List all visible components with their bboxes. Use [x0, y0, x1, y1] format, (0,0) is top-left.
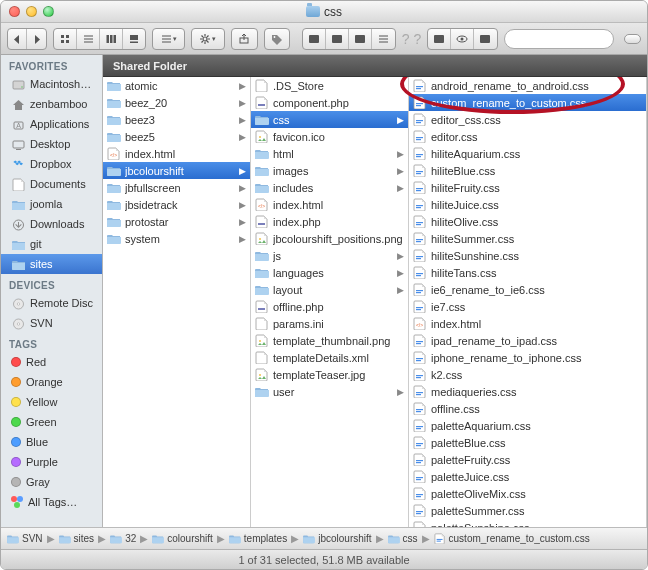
- file-row[interactable]: hiliteOlive.css: [409, 213, 646, 230]
- sidebar-item-orange[interactable]: Orange: [1, 372, 102, 392]
- close-icon[interactable]: [9, 6, 20, 17]
- mid-btn-7[interactable]: [474, 29, 497, 49]
- file-row[interactable]: offline.php: [251, 298, 408, 315]
- sidebar-item-all-tags-[interactable]: All Tags…: [1, 492, 102, 512]
- mid-btn-2[interactable]: [326, 29, 349, 49]
- file-row[interactable]: offline.css: [409, 400, 646, 417]
- mid-btn-3[interactable]: [349, 29, 372, 49]
- arrange-button[interactable]: ▾: [152, 28, 184, 50]
- file-row[interactable]: user▶: [251, 383, 408, 400]
- sidebar-item-yellow[interactable]: Yellow: [1, 392, 102, 412]
- file-row[interactable]: protostar▶: [103, 213, 250, 230]
- sidebar-item-downloads[interactable]: Downloads: [1, 214, 102, 234]
- file-row[interactable]: params.ini: [251, 315, 408, 332]
- path-bar[interactable]: SVN▶sites▶32▶colourshift▶templates▶jbcol…: [1, 527, 647, 549]
- icon-view-button[interactable]: [54, 29, 77, 49]
- file-row[interactable]: templateTeaser.jpg: [251, 366, 408, 383]
- file-row[interactable]: editor_css.css: [409, 111, 646, 128]
- coverflow-view-button[interactable]: [123, 29, 146, 49]
- sidebar-item-green[interactable]: Green: [1, 412, 102, 432]
- mid-btn-6[interactable]: [451, 29, 474, 49]
- sidebar-item-red[interactable]: Red: [1, 352, 102, 372]
- mid-btn-1[interactable]: [303, 29, 326, 49]
- file-row[interactable]: .DS_Store: [251, 77, 408, 94]
- file-row[interactable]: system▶: [103, 230, 250, 247]
- file-row[interactable]: custom_rename_to_custom.css: [409, 94, 646, 111]
- file-row[interactable]: layout▶: [251, 281, 408, 298]
- column-2[interactable]: .DS_Storecomponent.phpcss▶favicon.icohtm…: [251, 77, 409, 527]
- file-row[interactable]: iphone_rename_to_iphone.css: [409, 349, 646, 366]
- file-row[interactable]: paletteBlue.css: [409, 434, 646, 451]
- list-view-button[interactable]: [77, 29, 100, 49]
- file-row[interactable]: hiliteSunshine.css: [409, 247, 646, 264]
- column-3[interactable]: android_rename_to_android.csscustom_rena…: [409, 77, 647, 527]
- forward-button[interactable]: [27, 29, 46, 49]
- column-browser[interactable]: atomic▶beez_20▶beez3▶beez5▶index.htmljbc…: [103, 77, 647, 527]
- file-row[interactable]: mediaqueries.css: [409, 383, 646, 400]
- file-row[interactable]: includes▶: [251, 179, 408, 196]
- file-row[interactable]: index.html: [251, 196, 408, 213]
- share-button[interactable]: [231, 28, 258, 50]
- file-row[interactable]: jbfullscreen▶: [103, 179, 250, 196]
- search-input[interactable]: [515, 33, 638, 45]
- sidebar-item-macintosh-[interactable]: Macintosh…: [1, 74, 102, 94]
- tags-button[interactable]: [264, 28, 291, 50]
- file-row[interactable]: favicon.ico: [251, 128, 408, 145]
- file-row[interactable]: k2.css: [409, 366, 646, 383]
- file-row[interactable]: beez3▶: [103, 111, 250, 128]
- file-row[interactable]: html▶: [251, 145, 408, 162]
- file-row[interactable]: android_rename_to_android.css: [409, 77, 646, 94]
- file-row[interactable]: component.php: [251, 94, 408, 111]
- file-row[interactable]: js▶: [251, 247, 408, 264]
- search-field[interactable]: [504, 29, 614, 49]
- file-row[interactable]: paletteFruity.css: [409, 451, 646, 468]
- file-row[interactable]: css▶: [251, 111, 408, 128]
- file-row[interactable]: beez5▶: [103, 128, 250, 145]
- sidebar-item-svn[interactable]: SVN: [1, 313, 102, 333]
- toolbar-toggle-button[interactable]: [624, 34, 641, 44]
- path-segment[interactable]: sites: [57, 533, 97, 544]
- minimize-icon[interactable]: [26, 6, 37, 17]
- file-row[interactable]: ipad_rename_to_ipad.css: [409, 332, 646, 349]
- sidebar-item-joomla[interactable]: joomla: [1, 194, 102, 214]
- file-row[interactable]: editor.css: [409, 128, 646, 145]
- action-button[interactable]: ▾: [191, 28, 225, 50]
- file-row[interactable]: ie6_rename_to_ie6.css: [409, 281, 646, 298]
- file-row[interactable]: index.php: [251, 213, 408, 230]
- file-row[interactable]: index.html: [409, 315, 646, 332]
- file-row[interactable]: index.html: [103, 145, 250, 162]
- file-row[interactable]: jbcolourshift▶: [103, 162, 250, 179]
- file-row[interactable]: paletteOliveMix.css: [409, 485, 646, 502]
- file-row[interactable]: languages▶: [251, 264, 408, 281]
- sidebar-item-zenbamboo[interactable]: zenbamboo: [1, 94, 102, 114]
- titlebar[interactable]: css: [1, 1, 647, 23]
- help-icon-2[interactable]: ?: [414, 31, 422, 47]
- column-1[interactable]: atomic▶beez_20▶beez3▶beez5▶index.htmljbc…: [103, 77, 251, 527]
- path-segment[interactable]: custom_rename_to_custom.css: [432, 533, 592, 544]
- file-row[interactable]: hiliteTans.css: [409, 264, 646, 281]
- file-row[interactable]: hiliteSummer.css: [409, 230, 646, 247]
- path-segment[interactable]: templates: [227, 533, 289, 544]
- sidebar-item-blue[interactable]: Blue: [1, 432, 102, 452]
- file-row[interactable]: hiliteAquarium.css: [409, 145, 646, 162]
- mid-btn-4[interactable]: [372, 29, 395, 49]
- help-icon-1[interactable]: ?: [402, 31, 410, 47]
- file-row[interactable]: template_thumbnail.png: [251, 332, 408, 349]
- path-segment[interactable]: css: [386, 533, 420, 544]
- sidebar-item-purple[interactable]: Purple: [1, 452, 102, 472]
- file-row[interactable]: paletteSummer.css: [409, 502, 646, 519]
- sidebar-item-documents[interactable]: Documents: [1, 174, 102, 194]
- sidebar-item-applications[interactable]: Applications: [1, 114, 102, 134]
- path-segment[interactable]: jbcolourshift: [301, 533, 373, 544]
- sidebar-item-gray[interactable]: Gray: [1, 472, 102, 492]
- sidebar-item-remote-disc[interactable]: Remote Disc: [1, 293, 102, 313]
- file-row[interactable]: jbsidetrack▶: [103, 196, 250, 213]
- path-segment[interactable]: 32: [108, 533, 138, 544]
- file-row[interactable]: hiliteJuice.css: [409, 196, 646, 213]
- sidebar[interactable]: FAVORITESMacintosh…zenbambooApplications…: [1, 55, 103, 527]
- file-row[interactable]: hiliteBlue.css: [409, 162, 646, 179]
- column-view-button[interactable]: [100, 29, 123, 49]
- zoom-icon[interactable]: [43, 6, 54, 17]
- file-row[interactable]: ie7.css: [409, 298, 646, 315]
- mid-btn-5[interactable]: [428, 29, 451, 49]
